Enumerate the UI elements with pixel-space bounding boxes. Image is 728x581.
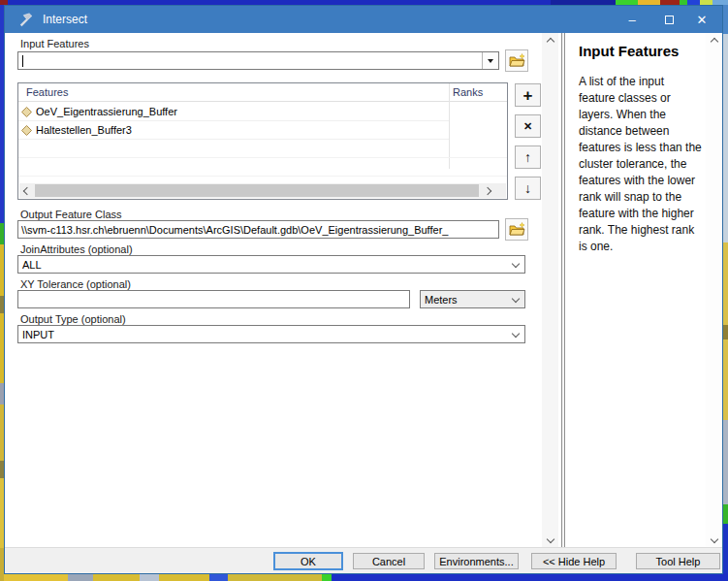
map-background-strip-right <box>723 5 728 581</box>
feature-name: OeV_Eigentrassierung_Buffer <box>36 106 177 117</box>
input-features-combobox[interactable] <box>17 51 499 70</box>
scroll-left-arrow[interactable] <box>19 183 34 198</box>
help-panel-title: Input Features <box>579 43 679 59</box>
output-feature-class-label: Output Feature Class <box>20 209 122 220</box>
join-attributes-label: JoinAttributes (optional) <box>20 243 133 255</box>
help-panel: Input Features A list of the input featu… <box>565 33 706 548</box>
chevron-down-icon[interactable] <box>710 535 717 543</box>
output-type-dropdown[interactable]: INPUT <box>17 325 525 343</box>
titlebar[interactable]: Intersect – ✕ <box>5 6 722 33</box>
features-list: Features Ranks OeV_Eigentrassierung_Buff… <box>17 82 508 200</box>
footer-bar: OK Cancel Environments... << Hide Help T… <box>5 547 722 573</box>
chevron-down-icon[interactable] <box>546 535 554 543</box>
ok-button[interactable]: OK <box>273 552 343 570</box>
help-scrollbar[interactable] <box>706 33 722 548</box>
features-list-header: Features Ranks <box>18 83 507 102</box>
join-attributes-dropdown[interactable]: ALL <box>17 255 525 274</box>
minimize-button[interactable]: – <box>616 6 649 33</box>
scroll-right-arrow[interactable] <box>480 183 494 198</box>
browse-output-button[interactable] <box>505 218 528 241</box>
environments-button[interactable]: Environments... <box>434 553 519 569</box>
hide-help-button[interactable]: << Hide Help <box>531 553 617 569</box>
xy-tolerance-unit-value: Meters <box>425 294 458 306</box>
empty-list-row <box>18 140 507 158</box>
plus-icon: + <box>523 87 533 104</box>
text-caret <box>22 55 23 67</box>
move-up-button[interactable]: ↑ <box>515 145 541 169</box>
maximize-icon <box>665 16 674 24</box>
dropdown-arrow-icon <box>488 59 493 63</box>
scrollbar-thumb[interactable] <box>35 184 479 197</box>
window-title: Intersect <box>43 13 87 26</box>
chevron-up-icon[interactable] <box>710 38 717 46</box>
x-icon: ✕ <box>523 121 532 132</box>
chevron-right-icon <box>483 186 491 194</box>
hammer-tool-icon <box>18 12 35 28</box>
feature-name: Haltestellen_Buffer3 <box>36 124 132 136</box>
output-feature-class-input[interactable] <box>17 220 499 239</box>
help-panel-body: A list of the input feature classes or l… <box>579 74 702 255</box>
maximize-button[interactable] <box>652 6 685 33</box>
move-down-button[interactable]: ↓ <box>515 177 541 200</box>
form-scrollbar[interactable] <box>542 33 558 548</box>
xy-tolerance-input[interactable] <box>17 290 410 308</box>
feature-row-1[interactable]: OeV_Eigentrassierung_Buffer <box>18 103 449 121</box>
list-horizontal-scrollbar[interactable] <box>19 183 506 198</box>
open-folder-icon <box>509 53 525 68</box>
remove-feature-button[interactable]: ✕ <box>515 114 541 138</box>
arrow-down-icon: ↓ <box>524 181 531 195</box>
combo-dropdown-button[interactable] <box>482 52 498 69</box>
features-column-header: Features <box>26 86 68 98</box>
chevron-up-icon[interactable] <box>546 38 554 46</box>
chevron-down-icon <box>512 295 520 303</box>
polygon-feature-icon <box>20 106 33 118</box>
polygon-feature-icon <box>20 124 33 137</box>
cancel-button[interactable]: Cancel <box>353 553 425 569</box>
chevron-down-icon <box>512 330 520 338</box>
tool-help-button[interactable]: Tool Help <box>636 553 720 569</box>
input-features-label: Input Features <box>20 38 89 49</box>
arrow-up-icon: ↑ <box>524 150 531 164</box>
open-folder-icon <box>509 222 525 237</box>
browse-input-features-button[interactable] <box>505 49 528 72</box>
chevron-left-icon <box>22 186 30 194</box>
feature-row-2[interactable]: Haltestellen_Buffer3 <box>18 121 449 140</box>
input-features-input[interactable] <box>18 52 482 69</box>
xy-tolerance-label: XY Tolerance (optional) <box>20 278 131 290</box>
join-attributes-value: ALL <box>22 259 42 271</box>
map-background-strip-bottom <box>4 573 728 581</box>
screen: Intersect – ✕ Input Features <box>0 0 728 581</box>
close-button[interactable]: ✕ <box>685 6 718 33</box>
intersect-dialog: Intersect – ✕ Input Features <box>4 5 723 574</box>
xy-tolerance-unit-dropdown[interactable]: Meters <box>420 290 525 308</box>
ranks-column-header: Ranks <box>453 86 483 98</box>
add-feature-button[interactable]: + <box>515 83 541 107</box>
output-type-value: INPUT <box>22 329 54 340</box>
chevron-down-icon <box>512 260 520 268</box>
empty-list-row <box>18 158 507 177</box>
output-type-label: Output Type (optional) <box>20 313 126 325</box>
